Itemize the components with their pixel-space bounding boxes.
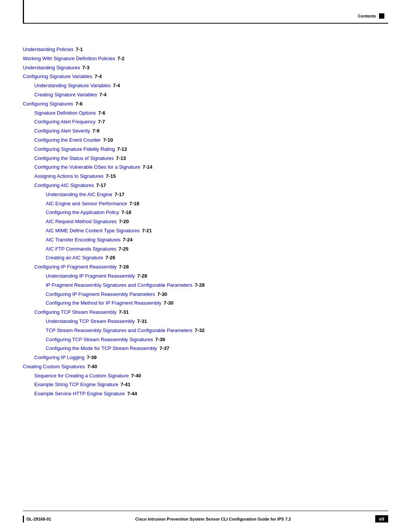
toc-entry: TCP Stream Reassembly Signatures and Con…: [46, 327, 388, 335]
toc-page-number: 7-14: [142, 163, 152, 171]
toc-link[interactable]: Configuring IP Fragment Reassembly Param…: [46, 291, 155, 299]
toc-link[interactable]: AIC Request Method Signatures: [46, 218, 116, 226]
toc-link[interactable]: Creating Custom Signatures: [23, 363, 85, 371]
toc-page-number: 7-4: [95, 73, 102, 81]
toc-page-number: 7-28: [195, 281, 205, 289]
toc-entry: Example Service HTTP Engine Signature7-4…: [34, 390, 388, 398]
toc-page-number: 7-30: [164, 299, 174, 307]
toc-page-number: 7-37: [159, 345, 169, 353]
toc-link[interactable]: Configuring Alert Frequency: [34, 118, 96, 126]
toc-page-number: 7-20: [119, 218, 129, 226]
toc-entry: Configuring Signature Variables7-4: [23, 73, 388, 81]
toc-page-number: 7-6: [75, 100, 83, 108]
toc-entry: Configuring Alert Frequency7-7: [34, 118, 388, 126]
toc-link[interactable]: Understanding IP Fragment Reassembly: [46, 272, 135, 280]
toc-link[interactable]: Configuring AIC Signatures: [34, 182, 94, 190]
toc-entry: Understanding IP Fragment Reassembly7-28: [46, 272, 388, 280]
toc-link[interactable]: Configuring Signature Variables: [23, 73, 92, 81]
toc-page-number: 7-31: [137, 318, 147, 326]
toc-entry: Understanding TCP Stream Reassembly7-31: [46, 318, 388, 326]
toc-entry: Configuring the Mode for TCP Stream Reas…: [46, 345, 388, 353]
toc-entry: Configuring Signature Fidelity Rating7-1…: [34, 145, 388, 153]
toc-link[interactable]: Configuring the Mode for TCP Stream Reas…: [46, 345, 157, 353]
page-number: vii: [375, 515, 388, 522]
toc-entry: Configuring TCP Stream Reassembly Signat…: [46, 336, 388, 344]
toc-link[interactable]: Configuring Alert Severity: [34, 127, 90, 135]
toc-entry: Assigning Actions to Signatures7-15: [34, 173, 388, 181]
toc-link[interactable]: Configuring TCP Stream Reassembly Signat…: [46, 336, 153, 344]
toc-link[interactable]: Configuring IP Fragment Reassembly: [34, 263, 117, 271]
toc-link[interactable]: Creating an AIC Signature: [46, 254, 103, 262]
toc-page-number: 7-21: [142, 227, 152, 235]
toc-page-number: 7-10: [103, 136, 113, 144]
toc-link[interactable]: Configuring the Application Policy: [46, 209, 119, 217]
toc-entry: Creating Custom Signatures7-40: [23, 363, 388, 371]
toc-link[interactable]: Sequence for Creating a Custom Signature: [34, 372, 129, 380]
toc-entry: Understanding Policies7-1: [23, 46, 388, 54]
doc-number: OL-29168-01: [26, 517, 51, 521]
toc-page-number: 7-26: [105, 254, 115, 262]
toc-link[interactable]: Understanding TCP Stream Reassembly: [46, 318, 135, 326]
toc-link[interactable]: Understanding the AIC Engine: [46, 191, 112, 199]
toc-entry: Understanding the AIC Engine7-17: [46, 191, 388, 199]
footer: OL-29168-01 Cisco Intrusion Prevention S…: [23, 515, 388, 522]
toc-link[interactable]: Working With Signature Definition Polici…: [23, 55, 115, 63]
toc-link[interactable]: Configuring the Vulnerable OSes for a Si…: [34, 163, 140, 171]
toc-link[interactable]: Creating Signature Variables: [34, 91, 97, 99]
toc-page-number: 7-1: [76, 46, 83, 54]
content-area: Understanding Policies7-1Working With Si…: [23, 34, 388, 502]
toc-link[interactable]: Configuring the Status of Signatures: [34, 155, 114, 163]
toc-page-number: 7-13: [116, 155, 126, 163]
page-header: Contents: [358, 13, 384, 19]
toc-link[interactable]: Configuring the Event Counter: [34, 136, 101, 144]
footer-left-bar: [23, 516, 24, 522]
toc-link[interactable]: AIC FTP Commands Signatures: [46, 245, 116, 253]
toc-page-number: 7-6: [98, 109, 105, 117]
header-label: Contents: [358, 14, 376, 18]
toc-link[interactable]: Configuring IP Logging: [34, 354, 84, 362]
toc-page-number: 7-15: [106, 173, 116, 181]
toc-entry: Configuring the Method for IP Fragment R…: [46, 299, 388, 307]
toc-entry: Signature Definition Options7-6: [34, 109, 388, 117]
toc-link[interactable]: IP Fragment Reassembly Signatures and Co…: [46, 281, 193, 289]
top-border: [23, 23, 388, 24]
toc-link[interactable]: AIC Engine and Sensor Performance: [46, 200, 127, 208]
toc-link[interactable]: Example Service HTTP Engine Signature: [34, 390, 125, 398]
toc-entry: Understanding Signature Variables7-4: [34, 82, 388, 90]
toc-page-number: 7-3: [82, 64, 89, 72]
toc-link[interactable]: AIC Transfer Encoding Signatures: [46, 236, 121, 244]
toc-entry: AIC Transfer Encoding Signatures7-24: [46, 236, 388, 244]
toc-page-number: 7-28: [137, 272, 147, 280]
toc-page-number: 7-18: [129, 200, 139, 208]
toc-link[interactable]: Configuring Signatures: [23, 100, 73, 108]
toc-link[interactable]: Assigning Actions to Signatures: [34, 173, 104, 181]
toc-entry: Configuring the Vulnerable OSes for a Si…: [34, 163, 388, 171]
toc-page-number: 7-17: [96, 182, 106, 190]
page: Contents Understanding Policies7-1Workin…: [0, 0, 411, 532]
toc-page-number: 7-44: [127, 390, 137, 398]
toc-link[interactable]: Understanding Signature Variables: [34, 82, 111, 90]
toc-link[interactable]: TCP Stream Reassembly Signatures and Con…: [46, 327, 193, 335]
toc-entry: Understanding Signatures7-3: [23, 64, 388, 72]
toc-page-number: 7-4: [99, 91, 107, 99]
toc-link[interactable]: Configuring TCP Stream Reassembly: [34, 308, 116, 316]
toc-entry: Configuring AIC Signatures7-17: [34, 182, 388, 190]
toc-link[interactable]: Configuring Signature Fidelity Rating: [34, 145, 115, 153]
toc-link[interactable]: Understanding Signatures: [23, 64, 80, 72]
toc-entry: Creating Signature Variables7-4: [34, 91, 388, 99]
toc-page-number: 7-17: [115, 191, 124, 199]
header-square: [379, 13, 384, 19]
toc-link[interactable]: Example String TCP Engine Signature: [34, 381, 118, 389]
toc-link[interactable]: Signature Definition Options: [34, 109, 96, 117]
toc-entry: AIC MIME Define Content Type Signatures7…: [46, 227, 388, 235]
toc-entry: Configuring the Status of Signatures7-13: [34, 155, 388, 163]
toc-page-number: 7-4: [113, 82, 120, 90]
footer-title: Cisco Intrusion Prevention System Sensor…: [51, 517, 375, 521]
toc-entry: Working With Signature Definition Polici…: [23, 55, 388, 63]
toc-entry: Creating an AIC Signature7-26: [46, 254, 388, 262]
toc-entry: Configuring IP Fragment Reassembly7-28: [34, 263, 388, 271]
toc-link[interactable]: AIC MIME Define Content Type Signatures: [46, 227, 140, 235]
toc-entry: AIC FTP Commands Signatures7-25: [46, 245, 388, 253]
toc-link[interactable]: Configuring the Method for IP Fragment R…: [46, 299, 161, 307]
toc-link[interactable]: Understanding Policies: [23, 46, 73, 54]
